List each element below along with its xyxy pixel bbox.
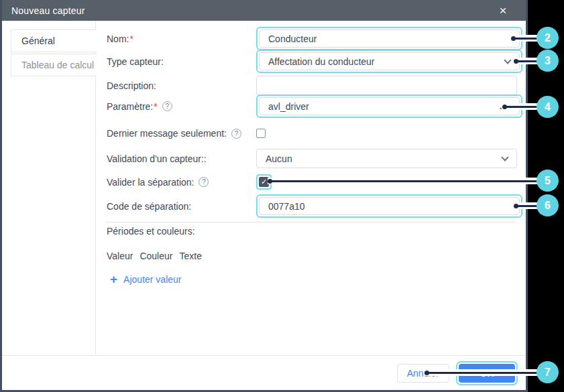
close-icon[interactable]: ×	[495, 4, 511, 17]
dernier-message-label: Dernier message seulement: ?	[107, 128, 256, 139]
tab-tableau-de-calcul[interactable]: Tableau de calcul	[11, 54, 97, 76]
callout-badge-3: 3	[537, 50, 559, 72]
dernier-message-checkbox[interactable]	[256, 129, 266, 138]
header-couleur: Couleur	[139, 251, 172, 261]
section-divider	[105, 222, 515, 222]
callout-dot	[514, 204, 518, 208]
dialog-titlebar: Nouveau capteur ×	[2, 0, 526, 21]
callout-line-4	[502, 103, 539, 110]
validation-label: Validation d'un capteur::	[107, 153, 256, 164]
required-asterisk: *	[129, 34, 133, 44]
required-asterisk: *	[154, 101, 157, 112]
parametre-highlight: avl_driver ...	[256, 94, 522, 118]
dialog-title: Nouveau capteur	[11, 5, 85, 16]
callout-line-2	[511, 35, 539, 42]
callout-badge-6: 6	[537, 194, 559, 216]
help-icon[interactable]: ?	[231, 129, 241, 139]
nom-label: Nom:*	[107, 34, 256, 44]
chevron-down-icon	[501, 153, 508, 161]
callout-badge-7: 7	[537, 361, 559, 383]
callout-dot	[502, 105, 507, 109]
valider-separation-label: Valider la séparation: ?	[107, 177, 256, 188]
type-capteur-label: Type capteur:	[107, 56, 256, 67]
sensor-form: Nom:* Type capteur: Affectation du condu…	[96, 21, 526, 355]
callout-line-3	[514, 58, 539, 64]
callout-badge-5: 5	[537, 170, 559, 192]
type-capteur-highlight: Affectation du conducteur	[256, 50, 522, 73]
tab-general[interactable]: Général	[11, 29, 97, 52]
help-icon[interactable]: ?	[162, 101, 172, 111]
code-separation-highlight	[256, 194, 522, 218]
tab-general-label: Général	[21, 36, 55, 46]
type-capteur-value: Affectation du conducteur	[268, 56, 375, 67]
nom-highlight	[256, 27, 522, 50]
chevron-down-icon	[504, 56, 511, 64]
validation-select[interactable]: Aucun	[256, 149, 517, 168]
new-sensor-dialog: Nouveau capteur × Général Tableau de cal…	[0, 0, 528, 392]
plus-icon: +	[110, 273, 117, 285]
callout-badge-2: 2	[537, 27, 559, 49]
description-label: Description:	[107, 80, 256, 91]
parametre-field[interactable]: avl_driver ...	[259, 97, 520, 115]
parametre-value: avl_driver	[268, 101, 309, 112]
nom-input[interactable]	[268, 34, 510, 44]
code-separation-label: Code de séparation:	[107, 201, 256, 212]
callout-line-7	[425, 369, 539, 376]
header-valeur: Valeur	[107, 251, 133, 261]
check-icon: ✓	[261, 178, 267, 186]
callout-line-5	[268, 178, 539, 184]
description-input[interactable]	[266, 80, 508, 91]
callout-dot	[425, 371, 429, 375]
header-texte: Texte	[179, 251, 201, 261]
parametre-label: Paramètre:* ?	[107, 101, 256, 112]
validation-value: Aucun	[266, 153, 292, 164]
callout-dot	[514, 59, 518, 64]
dialog-tabs: Général Tableau de calcul	[2, 21, 96, 355]
callout-dot	[511, 36, 516, 41]
add-value-link[interactable]: + Ajouter valeur	[110, 273, 182, 285]
callout-dot	[268, 179, 272, 184]
tab-tableau-label: Tableau de calcul	[21, 60, 94, 70]
value-table-headers: Valeur Couleur Texte	[107, 251, 202, 261]
type-capteur-select[interactable]: Affectation du conducteur	[259, 52, 520, 70]
periodes-couleurs-label: Périodes et couleurs:	[107, 226, 195, 237]
help-icon[interactable]: ?	[199, 177, 209, 187]
callout-line-6	[514, 202, 539, 209]
add-value-label: Ajouter valeur	[123, 274, 181, 285]
callout-badge-4: 4	[537, 96, 559, 118]
code-separation-input[interactable]	[268, 201, 510, 212]
